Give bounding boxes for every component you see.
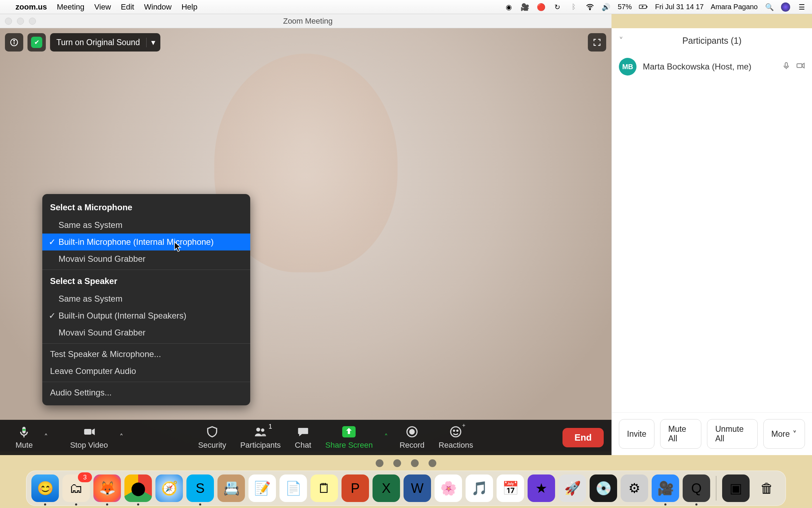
stop-video-label: Stop Video: [70, 441, 108, 450]
dock-app-zoom[interactable]: 🎥: [652, 474, 679, 502]
dock-app-notes[interactable]: 🗒: [310, 474, 338, 502]
video-menu-caret[interactable]: ˄: [115, 433, 128, 442]
menubar-user-name[interactable]: Amara Pagano: [711, 3, 758, 11]
more-button[interactable]: More ˅: [763, 419, 805, 449]
invite-button[interactable]: Invite: [619, 419, 654, 449]
leave-computer-audio[interactable]: Leave Computer Audio: [42, 363, 250, 380]
participant-row[interactable]: MB Marta Bockowska (Host, me): [612, 53, 812, 80]
audio-settings[interactable]: Audio Settings...: [42, 384, 250, 401]
microphone-icon: [17, 425, 31, 439]
mac-dock: 😊🗂🦊⬤🧭S📇📝📄🗒PXW🌸🎵📅★🚀💿⚙🎥Q▣🗑: [26, 471, 786, 506]
stop-record-icon[interactable]: ◉: [504, 2, 513, 12]
dock-app-launchpad-rocket[interactable]: 🚀: [559, 474, 586, 502]
dock-running-indicator-icon: [695, 503, 697, 506]
menubar-clock[interactable]: Fri Jul 31 14 17: [655, 3, 704, 11]
meeting-info-button[interactable]: [5, 33, 23, 52]
battery-percent[interactable]: 57%: [618, 3, 632, 11]
zoom-window-icon[interactable]: [29, 18, 36, 25]
menubar-item-meeting[interactable]: Meeting: [57, 2, 84, 12]
security-button[interactable]: Security: [191, 425, 233, 450]
spk-option-same-as-system[interactable]: Same as System: [42, 290, 250, 307]
reactions-smiley-icon: +: [449, 425, 462, 439]
dock-app-imovie[interactable]: ★: [528, 474, 555, 502]
record-button[interactable]: Record: [393, 425, 432, 450]
participant-name: Marta Bockowska (Host, me): [643, 62, 751, 72]
menubar-app-name[interactable]: zoom.us: [16, 2, 47, 12]
volume-icon[interactable]: 🔊: [602, 2, 611, 12]
traffic-lights[interactable]: [5, 18, 36, 25]
dock-app-music[interactable]: 🎵: [466, 474, 493, 502]
spotlight-icon[interactable]: 🔍: [765, 2, 774, 12]
minimize-window-icon[interactable]: [17, 18, 24, 25]
audio-options-menu: Select a Microphone Same as System Built…: [42, 194, 250, 405]
desktop-page-dots[interactable]: [376, 459, 436, 467]
menubar-item-view[interactable]: View: [94, 2, 111, 12]
mic-option-builtin[interactable]: Built-in Microphone (Internal Microphone…: [42, 234, 250, 250]
spk-option-builtin[interactable]: Built-in Output (Internal Speakers): [42, 307, 250, 324]
dock-app-mail-like[interactable]: 🗂: [62, 474, 90, 502]
end-meeting-button[interactable]: End: [562, 428, 604, 447]
dock-app-reminders[interactable]: 📝: [248, 474, 276, 502]
chat-button[interactable]: Chat: [288, 425, 318, 450]
test-speaker-mic[interactable]: Test Speaker & Microphone...: [42, 346, 250, 363]
mute-button[interactable]: Mute: [8, 425, 40, 450]
dock-app-photos[interactable]: 🌸: [435, 474, 462, 502]
dock-app-calendar[interactable]: 📅: [497, 474, 524, 502]
mic-option-movavi[interactable]: Movavi Sound Grabber: [42, 250, 250, 267]
dock-app-trash[interactable]: 🗑: [753, 474, 781, 502]
mic-option-same-as-system[interactable]: Same as System: [42, 217, 250, 234]
record-icon: [405, 425, 419, 439]
recorder-status-icon[interactable]: 🔴: [537, 2, 546, 12]
dock-app-chrome[interactable]: ⬤: [124, 474, 152, 502]
enter-fullscreen-button[interactable]: [588, 33, 606, 52]
encryption-status-button[interactable]: ✔: [27, 33, 46, 52]
svg-point-13: [256, 428, 260, 431]
svg-point-6: [14, 40, 15, 41]
battery-charging-icon[interactable]: [639, 2, 648, 12]
wifi-icon[interactable]: [585, 2, 595, 12]
participant-mic-icon[interactable]: [782, 61, 791, 72]
share-screen-button[interactable]: Share Screen: [318, 425, 380, 450]
dock-app-excel[interactable]: X: [373, 474, 400, 502]
dock-app-textedit[interactable]: 📄: [279, 474, 307, 502]
menu-separator: [42, 270, 250, 270]
dock-separator: [716, 476, 716, 501]
svg-rect-20: [785, 62, 788, 67]
participant-camera-icon[interactable]: [796, 61, 805, 72]
dock-app-safari[interactable]: 🧭: [155, 474, 183, 502]
stop-video-button[interactable]: Stop Video: [63, 425, 115, 450]
facetime-icon[interactable]: 🎥: [521, 2, 530, 12]
bluetooth-icon[interactable]: ᛒ: [569, 2, 578, 12]
mute-all-button[interactable]: Mute All: [660, 419, 701, 449]
menubar-item-edit[interactable]: Edit: [121, 2, 134, 12]
collapse-panel-icon[interactable]: ˅: [619, 36, 623, 46]
dock-app-quicktime[interactable]: Q: [683, 474, 710, 502]
audio-menu-caret[interactable]: ˄: [40, 433, 53, 442]
unmute-all-button[interactable]: Unmute All: [707, 419, 757, 449]
svg-rect-22: [797, 64, 802, 68]
menubar-item-window[interactable]: Window: [144, 2, 172, 12]
dock-app-screen-recording[interactable]: ▣: [722, 474, 750, 502]
dock-app-firefox[interactable]: 🦊: [93, 474, 121, 502]
menubar-item-help[interactable]: Help: [182, 2, 197, 12]
original-sound-toggle[interactable]: Turn on Original Sound ▾: [50, 33, 160, 52]
dock-app-finder[interactable]: 😊: [31, 474, 59, 502]
notification-center-icon[interactable]: ☰: [797, 2, 806, 12]
dock-app-skype[interactable]: S: [186, 474, 214, 502]
dock-app-disc[interactable]: 💿: [590, 474, 617, 502]
spk-option-movavi[interactable]: Movavi Sound Grabber: [42, 324, 250, 341]
dock-app-contacts[interactable]: 📇: [217, 474, 245, 502]
share-menu-caret[interactable]: ˄: [380, 433, 393, 442]
time-machine-icon[interactable]: ↻: [553, 2, 562, 12]
dock-app-word[interactable]: W: [404, 474, 431, 502]
mic-section-header: Select a Microphone: [42, 198, 250, 217]
close-window-icon[interactable]: [5, 18, 12, 25]
reactions-button[interactable]: + Reactions: [432, 425, 480, 450]
participants-count-badge: 1: [269, 423, 272, 430]
dock-app-system-preferences[interactable]: ⚙: [621, 474, 648, 502]
siri-icon[interactable]: [781, 2, 790, 12]
participants-button[interactable]: 1 Participants: [233, 425, 288, 450]
original-sound-caret[interactable]: ▾: [146, 38, 160, 47]
svg-point-19: [457, 430, 458, 431]
dock-app-powerpoint[interactable]: P: [342, 474, 369, 502]
